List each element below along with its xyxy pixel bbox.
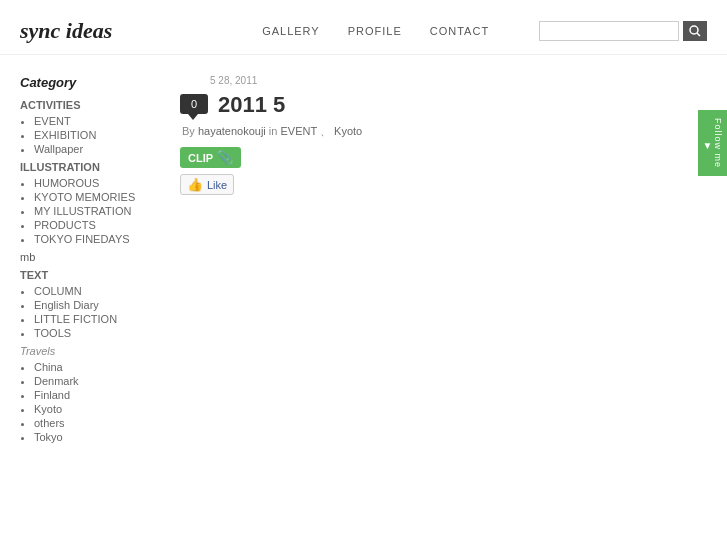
facebook-thumb-icon: 👍 (187, 177, 203, 192)
category-list: ACTIVITIES EVENT EXHIBITION Wallpaper IL… (20, 98, 150, 444)
sidebar-item-my-illustration[interactable]: MY ILLUSTRATION (34, 204, 150, 218)
post-title: 2011 5 (218, 92, 285, 118)
sidebar-item-products[interactable]: PRODUCTS (34, 218, 150, 232)
post-meta-location[interactable]: Kyoto (334, 125, 362, 137)
sidebar-item-travels[interactable]: Travels (20, 344, 150, 358)
post-header: 0 2011 5 (180, 92, 707, 118)
like-button[interactable]: 👍 Like (180, 174, 234, 195)
clip-button[interactable]: CLIP 📎 (180, 147, 241, 168)
post-actions: CLIP 📎 👍 Like (180, 147, 707, 195)
post-meta-in: in (269, 125, 281, 137)
post-meta-author[interactable]: hayatenokouji (198, 125, 266, 137)
comment-count[interactable]: 0 (180, 94, 208, 114)
sidebar-item-china[interactable]: China (34, 360, 150, 374)
sidebar-item-mb[interactable]: mb (20, 250, 150, 264)
sidebar-title: Category (20, 75, 150, 90)
page-layout: Category ACTIVITIES EVENT EXHIBITION Wal… (0, 55, 727, 468)
sidebar-item-event[interactable]: EVENT (34, 114, 150, 128)
sidebar-item-column[interactable]: COLUMN (34, 284, 150, 298)
clip-label: CLIP (188, 152, 213, 164)
sidebar-item-finland[interactable]: Finland (34, 388, 150, 402)
sidebar-item-little-fiction[interactable]: LITTLE FICTION (34, 312, 150, 326)
clip-icon: 📎 (217, 150, 233, 165)
like-label: Like (207, 179, 227, 191)
sidebar-item-denmark[interactable]: Denmark (34, 374, 150, 388)
post-meta: By hayatenokouji in EVENT 、 Kyoto (182, 124, 707, 139)
sidebar-item-text[interactable]: TEXT (20, 268, 150, 282)
post-date: 5 28, 2011 (210, 75, 707, 86)
post-meta-category[interactable]: EVENT (280, 125, 316, 137)
sidebar: Category ACTIVITIES EVENT EXHIBITION Wal… (0, 65, 160, 458)
main-nav: GALLERY PROFILE CONTACT (212, 25, 539, 37)
sidebar-item-kyoto-memories[interactable]: KYOTO MEMORIES (34, 190, 150, 204)
main-content: 5 28, 2011 0 2011 5 By hayatenokouji in … (160, 65, 727, 458)
search-button[interactable] (683, 21, 707, 41)
svg-line-1 (697, 33, 700, 36)
sidebar-item-tokyo[interactable]: Tokyo (34, 430, 150, 444)
follow-me-badge[interactable]: Follow me (698, 110, 727, 176)
sidebar-item-exhibition[interactable]: EXHIBITION (34, 128, 150, 142)
svg-point-0 (690, 26, 698, 34)
post-meta-separator: 、 (320, 125, 331, 137)
sidebar-item-wallpaper[interactable]: Wallpaper (34, 142, 150, 156)
nav-contact[interactable]: CONTACT (430, 25, 489, 37)
site-title[interactable]: sync ideas (20, 18, 112, 44)
sidebar-item-activities[interactable]: ACTIVITIES (20, 98, 150, 112)
sidebar-item-tokyo-finedays[interactable]: TOKYO FINEDAYS (34, 232, 150, 246)
search-icon (689, 25, 701, 37)
post-meta-by: By (182, 125, 195, 137)
nav-gallery[interactable]: GALLERY (262, 25, 320, 37)
sidebar-item-english-diary[interactable]: English Diary (34, 298, 150, 312)
follow-label: Follow me (713, 118, 723, 168)
sidebar-item-kyoto[interactable]: Kyoto (34, 402, 150, 416)
search-input[interactable] (539, 21, 679, 41)
header: sync ideas GALLERY PROFILE CONTACT (0, 0, 727, 55)
search-area (539, 21, 707, 41)
sidebar-item-humorous[interactable]: HUMOROUS (34, 176, 150, 190)
sidebar-item-others[interactable]: others (34, 416, 150, 430)
sidebar-item-illustration[interactable]: ILLUSTRATION (20, 160, 150, 174)
sidebar-item-tools[interactable]: TOOLS (34, 326, 150, 340)
nav-profile[interactable]: PROFILE (348, 25, 402, 37)
